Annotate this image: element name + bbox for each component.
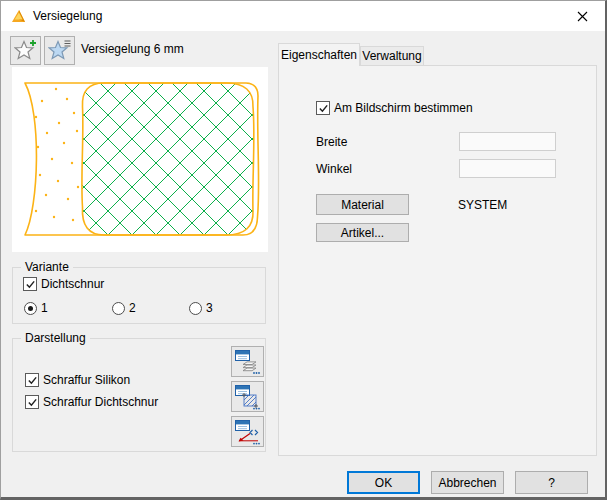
check-icon xyxy=(27,397,38,408)
close-icon xyxy=(577,11,588,22)
favorite-add-button[interactable] xyxy=(10,36,41,65)
artikel-button[interactable]: Artikel... xyxy=(316,223,409,242)
label-pointer-button[interactable] xyxy=(231,416,264,447)
layers-icon xyxy=(234,349,261,375)
am-bildschirm-checkbox[interactable] xyxy=(316,101,330,115)
seal-preview xyxy=(12,67,268,252)
variant-radio-2[interactable] xyxy=(112,302,125,315)
variante-group-label: Variante xyxy=(21,260,73,274)
variant-radio-1-label: 1 xyxy=(41,301,48,315)
tab-eigenschaften-label: Eigenschaften xyxy=(281,48,357,62)
darstellung-group: Darstellung Schraffur Silikon Schraffur … xyxy=(12,338,266,452)
hatch-settings-button[interactable] xyxy=(231,381,264,412)
titlebar: Versiegelung xyxy=(1,1,605,31)
code-arrow-icon xyxy=(234,419,261,445)
schraffur-dichtschnur-checkbox[interactable] xyxy=(25,395,39,409)
dichtschnur-checkbox[interactable] xyxy=(23,277,37,291)
dichtschnur-label: Dichtschnur xyxy=(41,277,104,291)
material-button[interactable]: Material xyxy=(316,194,409,215)
tab-verwaltung[interactable]: Verwaltung xyxy=(360,46,424,65)
winkel-input[interactable] xyxy=(459,159,556,178)
ok-button[interactable]: OK xyxy=(347,471,420,494)
check-icon xyxy=(25,279,36,290)
window-title: Versiegelung xyxy=(33,9,102,23)
schraffur-silikon-checkbox[interactable] xyxy=(25,373,39,387)
cancel-button[interactable]: Abbrechen xyxy=(431,471,504,494)
variant-radio-2-label: 2 xyxy=(129,301,136,315)
material-button-label: Material xyxy=(341,198,384,212)
preset-name-label: Versiegelung 6 mm xyxy=(81,42,184,56)
app-logo-icon xyxy=(10,8,26,24)
ok-button-label: OK xyxy=(375,476,392,490)
help-button[interactable]: ? xyxy=(515,471,588,494)
check-icon xyxy=(27,375,38,386)
check-icon xyxy=(318,103,329,114)
schraffur-dichtschnur-label: Schraffur Dichtschnur xyxy=(43,395,158,409)
variant-radio-1[interactable] xyxy=(24,302,37,315)
schraffur-silikon-label: Schraffur Silikon xyxy=(43,373,130,387)
variante-group: Variante Dichtschnur 1 2 3 xyxy=(12,267,266,324)
tab-verwaltung-label: Verwaltung xyxy=(362,49,421,63)
winkel-label: Winkel xyxy=(316,162,352,176)
favorite-list-button[interactable] xyxy=(44,36,75,65)
am-bildschirm-label: Am Bildschirm bestimmen xyxy=(334,101,473,115)
variant-radio-3-label: 3 xyxy=(206,301,213,315)
material-value: SYSTEM xyxy=(458,198,507,212)
silicone-stipple-dots xyxy=(35,88,79,221)
close-button[interactable] xyxy=(560,1,605,31)
star-list-icon xyxy=(48,39,72,62)
layer-settings-button[interactable] xyxy=(231,346,264,377)
versiegelung-dialog: Versiegelung Versiegelung 6 mm xyxy=(0,0,607,500)
breite-input[interactable] xyxy=(459,132,556,151)
help-button-label: ? xyxy=(548,476,555,490)
breite-label: Breite xyxy=(316,135,347,149)
tab-eigenschaften[interactable]: Eigenschaften xyxy=(278,43,360,66)
seal-cross-section-drawing xyxy=(12,67,268,252)
artikel-button-label: Artikel... xyxy=(341,226,384,240)
variant-radio-3[interactable] xyxy=(189,302,202,315)
star-plus-icon xyxy=(14,39,38,62)
cancel-button-label: Abbrechen xyxy=(438,476,496,490)
hatch-icon xyxy=(234,384,261,410)
darstellung-group-label: Darstellung xyxy=(21,331,90,345)
dichtschnur-hatch-area xyxy=(82,83,254,235)
eigenschaften-tab-panel xyxy=(278,65,597,456)
